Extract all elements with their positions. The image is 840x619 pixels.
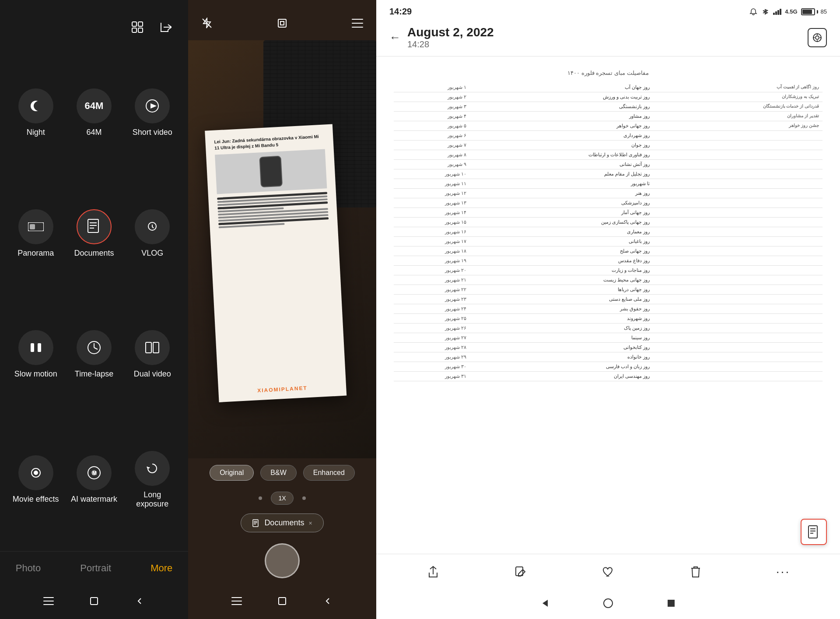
shutter-button[interactable] [265, 543, 300, 578]
viewer-title-block: August 2, 2022 14:28 [407, 25, 808, 49]
home-nav-icon[interactable] [89, 596, 99, 608]
mode-night[interactable]: Night [9, 54, 63, 171]
table-row: روز دامپزشکی۱۳ شهریور [394, 198, 822, 208]
svg-rect-31 [352, 19, 363, 20]
svg-rect-17 [146, 342, 151, 353]
table-row: روز فناوری اطلاعات و ارتباطات۸ شهریور [394, 150, 822, 160]
filter-enhanced[interactable]: Enhanced [303, 465, 355, 481]
mode-dual-video[interactable]: Dual video [126, 296, 179, 412]
table-row: روز شهرداری۶ شهریور [394, 131, 822, 141]
zoom-level-button[interactable]: 1X [271, 492, 293, 505]
mode-close-icon[interactable]: × [308, 520, 312, 527]
svg-rect-39 [231, 601, 242, 601]
mode-time-lapse[interactable]: Time-lapse [67, 296, 121, 412]
svg-rect-41 [279, 598, 286, 605]
grid-icon[interactable] [128, 18, 147, 37]
battery-percent: 85 [821, 8, 827, 15]
mode-panorama[interactable]: Panorama [9, 175, 63, 292]
table-row: روز جهانی دریاها۲۲ شهریور [394, 285, 822, 295]
svg-point-54 [604, 599, 612, 608]
svg-rect-38 [231, 597, 242, 598]
viewer-home-nav[interactable] [603, 598, 613, 610]
share-button[interactable] [422, 561, 444, 583]
mode-vlog[interactable]: VLOG [126, 175, 179, 292]
dual-video-icon [135, 330, 170, 365]
tab-photo[interactable]: Photo [9, 560, 48, 576]
doc-filter-bar: Original B&W Enhanced [188, 458, 376, 487]
filter-original[interactable]: Original [210, 465, 254, 481]
viewer-content: مفاصیلت مبای تسجره فلوره ۱۴۰۰ روز اگاهی … [376, 56, 840, 554]
tab-more[interactable]: More [144, 560, 179, 576]
slow-motion-icon [18, 330, 53, 365]
svg-line-16 [94, 348, 98, 349]
table-row: قدردانی از خدمات بازنشستگانروز بازنشستگی… [394, 102, 822, 112]
mode-64m[interactable]: 64M 64M [67, 54, 121, 171]
night-icon [18, 88, 53, 123]
viewfinder-icon[interactable] [276, 18, 288, 32]
viewer-doc-page[interactable]: مفاصیلت مبای تسجره فلوره ۱۴۰۰ روز اگاهی … [376, 56, 840, 554]
documents-mode-pill[interactable]: Documents × [241, 513, 323, 532]
panel-camera: Night 64M 64M Short video [0, 0, 188, 619]
ai-watermark-label: AI watermark [71, 495, 117, 504]
64m-icon: 64M [77, 88, 112, 123]
mode-long-exposure[interactable]: Longexposure [126, 417, 179, 542]
table-row: روز اگاهی از اهمیت آبروز جهان آب۱ شهریور [394, 83, 822, 92]
svg-point-20 [34, 471, 38, 475]
64m-label: 64M [86, 128, 102, 137]
svg-rect-18 [153, 342, 159, 353]
svg-rect-12 [31, 343, 34, 352]
table-row: روز معماری۱۶ شهریور [394, 227, 822, 237]
table-row: تبریک به ورزشکارانروز تربیت بدنی و ورزش۲… [394, 92, 822, 102]
mode-short-video[interactable]: Short video [126, 54, 179, 171]
filter-bw[interactable]: B&W [260, 465, 296, 481]
table-row: روز باغبانی۱۷ شهریور [394, 237, 822, 246]
panorama-icon [18, 209, 53, 244]
edit-button[interactable] [510, 561, 532, 583]
share-icon[interactable] [156, 18, 175, 37]
back-nav-icon[interactable] [134, 596, 145, 608]
short-video-icon [135, 88, 170, 123]
svg-rect-7 [30, 224, 35, 229]
svg-rect-48 [808, 526, 817, 538]
viewer-header-action-icon[interactable] [808, 28, 827, 47]
svg-text:M: M [92, 470, 97, 476]
short-video-label: Short video [133, 128, 172, 137]
zoom-dot-1 [259, 496, 262, 500]
table-row: روز جهانی پاکسازی زمین۱۵ شهریور [394, 218, 822, 227]
doc-nav-bar [188, 585, 376, 619]
mode-ai-watermark[interactable]: M AI watermark [67, 417, 121, 542]
tab-portrait[interactable]: Portrait [74, 560, 118, 576]
slow-motion-label: Slow motion [14, 369, 57, 379]
battery-indicator: 85 [801, 8, 827, 15]
doc-home-icon[interactable] [277, 596, 287, 608]
long-exposure-label: Longexposure [136, 490, 168, 509]
menu-nav-icon[interactable] [43, 597, 54, 607]
phone-mock [259, 155, 283, 187]
svg-rect-0 [132, 22, 136, 26]
more-options-button[interactable]: ··· [772, 561, 794, 583]
documents-icon [77, 209, 112, 244]
svg-rect-25 [43, 601, 54, 601]
svg-rect-1 [138, 22, 143, 26]
svg-marker-5 [150, 103, 157, 109]
floating-doc-button[interactable] [801, 519, 827, 545]
mode-slow-motion[interactable]: Slow motion [9, 296, 63, 412]
back-button[interactable]: ← [389, 31, 401, 44]
table-row: روز سینما۲۷ شهریور [394, 333, 822, 343]
viewer-back-nav[interactable] [540, 598, 550, 610]
favorite-button[interactable] [597, 561, 619, 583]
delete-button[interactable] [685, 561, 707, 583]
notifications-icon [749, 8, 757, 16]
vlog-label: VLOG [141, 249, 163, 258]
flash-off-icon[interactable] [201, 18, 213, 32]
doc-mode-tag: Documents × [188, 509, 376, 537]
doc-menu-icon[interactable] [231, 597, 242, 607]
night-label: Night [27, 128, 45, 137]
mode-movie-effects[interactable]: Movie effects [9, 417, 63, 542]
svg-rect-26 [43, 604, 54, 605]
doc-back-icon[interactable] [322, 596, 333, 608]
svg-rect-33 [352, 27, 363, 28]
viewer-recents-nav[interactable] [666, 598, 676, 610]
hamburger-menu-icon[interactable] [352, 19, 363, 30]
mode-documents[interactable]: Documents [67, 175, 121, 292]
